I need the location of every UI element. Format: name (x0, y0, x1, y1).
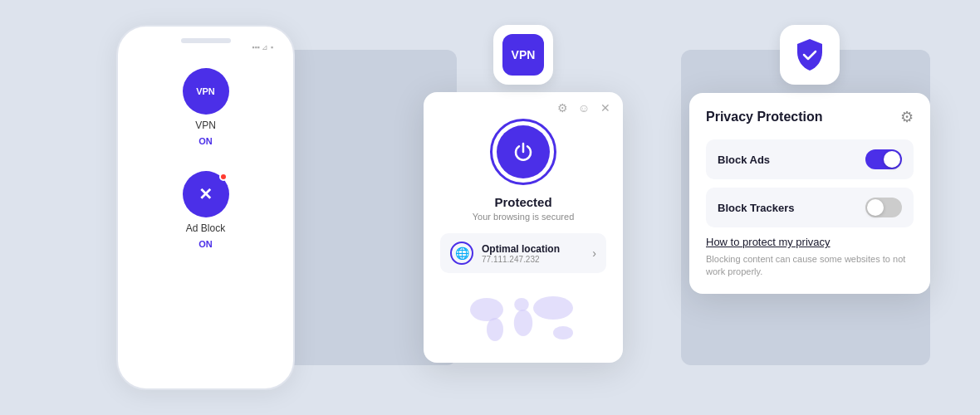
adblock-status: ON (198, 239, 213, 249)
vpn-popup-body: Protected Your browsing is secured 🌐 Opt… (424, 119, 623, 363)
shield-check-icon (791, 36, 829, 74)
vpn-app-icon-inner: VPN (502, 34, 544, 76)
block-ads-option: Block Ads (706, 139, 914, 179)
block-trackers-option: Block Trackers (706, 188, 914, 227)
block-trackers-toggle[interactable] (865, 198, 902, 217)
vpn-status: ON (198, 136, 213, 146)
privacy-title: Privacy Protection (706, 110, 823, 124)
location-name: Optimal location (482, 243, 584, 255)
vpn-emoji-button[interactable]: ☺ (576, 100, 591, 115)
vpn-popup: ⚙ ☺ ✕ Protected Your browsing is secured… (424, 92, 623, 363)
vpn-circle-icon: VPN (183, 68, 229, 115)
vpn-close-button[interactable]: ✕ (598, 100, 613, 115)
svg-point-4 (533, 296, 573, 320)
privacy-header: Privacy Protection ⚙ (706, 108, 914, 126)
block-ads-label: Block Ads (718, 154, 770, 166)
phone-app-vpn[interactable]: VPN VPN ON (183, 68, 229, 146)
block-trackers-label: Block Trackers (718, 202, 795, 214)
vpn-popup-wrapper: VPN ⚙ ☺ ✕ Protected Your browsing is sec… (424, 25, 623, 363)
vpn-location-bar[interactable]: 🌐 Optimal location 77.111.247.232 › (440, 233, 606, 273)
location-globe-icon: 🌐 (450, 242, 473, 265)
world-map (440, 283, 606, 349)
phone-notch (181, 38, 231, 43)
block-ads-toggle-knob (884, 151, 900, 168)
privacy-app-icon[interactable] (780, 25, 840, 85)
adblock-label: Ad Block (186, 222, 225, 234)
phone-status: ▪▪▪ ⊿ ▪ (252, 43, 273, 51)
svg-point-3 (514, 310, 532, 336)
vpn-icon-text: VPN (196, 86, 215, 96)
location-ip: 77.111.247.232 (482, 255, 584, 264)
svg-point-0 (470, 298, 503, 321)
phone-mockup: ▪▪▪ ⊿ ▪ VPN VPN ON ✕ Ad Block ON (116, 25, 295, 390)
privacy-gear-button[interactable]: ⚙ (900, 108, 914, 126)
svg-point-2 (514, 298, 529, 311)
power-button-container[interactable] (490, 119, 556, 185)
svg-point-1 (487, 318, 503, 341)
adblock-circle-icon: ✕ (183, 171, 229, 217)
block-ads-toggle[interactable] (865, 149, 902, 169)
location-chevron-icon: › (592, 247, 596, 260)
privacy-link[interactable]: How to protect my privacy (706, 236, 914, 248)
power-button-inner (497, 125, 550, 178)
privacy-note: Blocking content can cause some websites… (706, 253, 914, 279)
privacy-popup-wrapper: Privacy Protection ⚙ Block Ads Block Tra… (689, 25, 930, 294)
vpn-status-subtitle: Your browsing is secured (473, 212, 575, 222)
notification-dot (219, 173, 228, 181)
vpn-label: VPN (195, 120, 216, 131)
privacy-popup: Privacy Protection ⚙ Block Ads Block Tra… (689, 93, 930, 294)
power-icon (511, 139, 536, 164)
vpn-status-title: Protected (494, 195, 551, 209)
vpn-gear-button[interactable]: ⚙ (555, 100, 570, 115)
vpn-popup-icon-label: VPN (512, 48, 536, 61)
block-trackers-toggle-knob (867, 199, 884, 216)
adblock-icon-text: ✕ (198, 184, 213, 204)
location-info: Optimal location 77.111.247.232 (482, 243, 584, 264)
phone-app-adblock[interactable]: ✕ Ad Block ON (183, 171, 229, 249)
vpn-popup-header: ⚙ ☺ ✕ (424, 92, 623, 119)
vpn-app-icon[interactable]: VPN (493, 25, 553, 85)
svg-point-5 (553, 326, 573, 339)
